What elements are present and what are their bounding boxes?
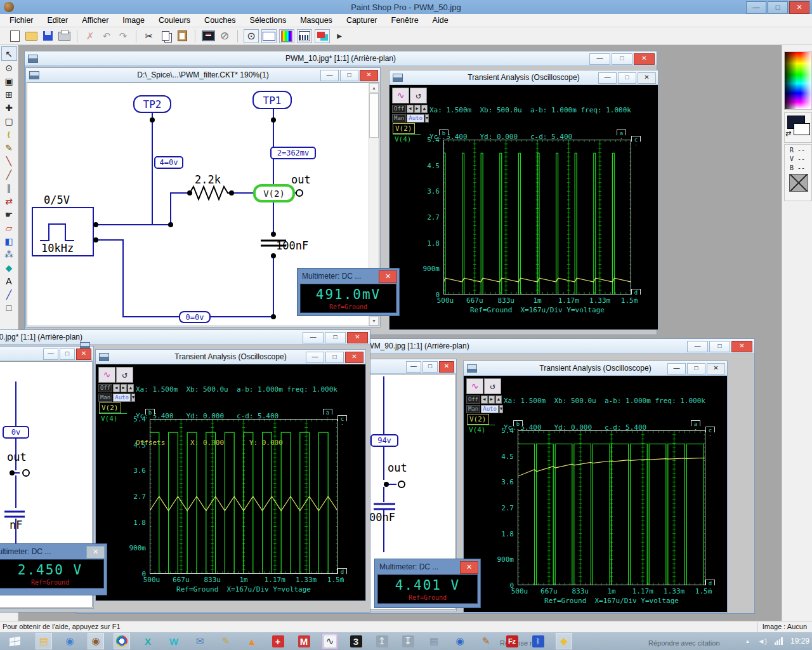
swap-colors-button[interactable] (315, 29, 330, 43)
maximize-button[interactable]: □ (687, 363, 705, 375)
scope-plot[interactable]: b a c d 500u667u833u1m1.17m1.33m1.5m Ref… (518, 430, 705, 585)
airbrush-tool[interactable]: ⁂ (2, 248, 16, 261)
colors-button[interactable] (279, 29, 294, 43)
paintbrush-tool[interactable]: ╱ (2, 168, 16, 181)
scroll-up-button[interactable]: ▲ (369, 83, 379, 93)
open-button[interactable] (24, 30, 38, 43)
off-label[interactable]: Off (392, 105, 406, 113)
taskbar-filezilla[interactable]: Fz (504, 633, 520, 649)
close-button[interactable]: ✕ (638, 72, 656, 84)
oscilloscope-window-pwm50[interactable]: Transient Analysis (Oscilloscope) — □ ✕ … (95, 349, 366, 601)
scope-plot[interactable]: b a c d 500u667u833u1m1.17m1.33m1.5m Ref… (150, 419, 337, 574)
close-button[interactable]: ✕ (634, 53, 655, 65)
taskbar-excel[interactable]: X (140, 633, 155, 649)
toolbar-dialog-button[interactable] (261, 29, 277, 43)
menu-aide[interactable]: Aide (426, 16, 455, 25)
left-arrow-button[interactable]: ◀ (481, 395, 487, 404)
waveform-mode-button[interactable]: ∿ (392, 88, 409, 103)
taskbar-word[interactable]: W (166, 633, 181, 649)
picture-tube-tool[interactable]: ◧ (2, 234, 16, 248)
up-arrow-button[interactable]: ▲ (495, 395, 502, 404)
no-preview-button[interactable]: ⊘ (218, 30, 232, 43)
minimize-button[interactable]: — (320, 70, 339, 81)
maximize-button[interactable]: □ (612, 53, 632, 65)
close-button[interactable]: ✕ (360, 70, 378, 81)
app-titlebar[interactable]: Paint Shop Pro - PWM_50.jpg — □ ✕ (0, 0, 812, 14)
retouch-tool[interactable]: ☛ (2, 208, 16, 221)
print-button[interactable] (57, 30, 71, 43)
copy-button[interactable] (159, 30, 173, 43)
refresh-button[interactable]: ↺ (484, 378, 501, 394)
up-arrow-button[interactable]: ▲ (128, 384, 134, 392)
maximize-button[interactable]: □ (340, 70, 358, 81)
close-button[interactable]: ✕ (731, 341, 752, 352)
histogram-button[interactable] (297, 29, 312, 43)
up-arrow-button[interactable]: ▲ (421, 105, 428, 113)
zoom-normal-button[interactable]: ⊙ (244, 29, 259, 43)
minimize-button[interactable]: — (303, 332, 324, 343)
minimize-button[interactable]: — (667, 363, 686, 375)
titlebar[interactable]: Multimeter: DC ... ✕ (298, 269, 399, 284)
background-color-swatch[interactable] (794, 123, 810, 135)
taskbar-swiss[interactable]: + (270, 633, 285, 649)
image-window-pwm10[interactable]: PWM_10.jpg* [1:1] (Arrière-plan) — □ ✕ D… (24, 51, 657, 335)
close-button[interactable]: ✕ (707, 363, 725, 375)
maximize-button[interactable]: □ (618, 72, 636, 84)
multimeter-window-3[interactable]: Multimeter: DC ... ✕ 4.401 V Ref=Ground (374, 559, 481, 608)
down-arrow-button[interactable]: ▼ (131, 394, 135, 402)
taskbar-calculator[interactable]: ▦ (426, 633, 442, 649)
maximize-button[interactable]: □ (422, 361, 438, 373)
taskbar-planet[interactable]: ◉ (62, 633, 77, 649)
scroll-down-button[interactable]: ▼ (369, 316, 379, 326)
taskbar-microcap[interactable]: ∿ (322, 633, 337, 649)
paste-button[interactable] (175, 30, 189, 43)
titlebar[interactable]: D:\_Spice\...\PWM_filter.CKT* 190%(1) — … (26, 68, 380, 83)
tray-expand-caret[interactable]: ▲ (745, 639, 750, 644)
shape-tool[interactable]: □ (2, 301, 16, 314)
multimeter-window-1[interactable]: Multimeter: DC ... ✕ 491.0mV Ref=Ground (297, 268, 400, 316)
menu-masques[interactable]: Masques (293, 16, 339, 25)
undo-button[interactable]: ↶ (100, 30, 114, 43)
maximize-button[interactable]: □ (325, 352, 344, 363)
close-button[interactable]: ✕ (460, 561, 478, 574)
left-arrow-button[interactable]: ◀ (113, 384, 119, 392)
waveform-mode-button[interactable]: ∿ (98, 367, 115, 383)
minimize-button[interactable]: — (43, 348, 58, 360)
taskbar-vlc[interactable]: ▲ (244, 633, 259, 649)
titlebar[interactable]: Transient Analysis (Oscilloscope) — □ ✕ (390, 70, 658, 85)
menu-couches[interactable]: Couches (197, 16, 242, 25)
app-close-button[interactable]: ✕ (789, 1, 809, 14)
oscilloscope-window-pwm90[interactable]: Transient Analysis (Oscilloscope) — □ ✕ … (463, 361, 728, 613)
taskbar-download[interactable]: ↧ (400, 633, 416, 649)
titlebar[interactable]: ultimeter: DC ... ✕ (0, 544, 107, 559)
lasso-tool[interactable]: ℓ (2, 128, 16, 141)
channel-v2[interactable]: V(2) (99, 402, 121, 413)
taskbar-notepad2[interactable]: ✎ (478, 633, 494, 649)
texture-preview[interactable] (789, 174, 808, 192)
marker-c[interactable]: c (631, 136, 641, 145)
line-tool[interactable]: ╱ (2, 288, 16, 301)
magic-wand-tool[interactable]: ✎ (2, 141, 16, 154)
marker-c[interactable]: c (337, 415, 347, 425)
scope-plot[interactable]: b a c d 500u667u833u1m1.17m1.33m1.5m Ref… (443, 140, 631, 295)
redo-button[interactable]: ↷ (116, 30, 130, 43)
taskbar-chrome[interactable] (114, 633, 129, 649)
delete-button[interactable]: ✗ (83, 30, 97, 43)
flood-fill-tool[interactable]: ◆ (2, 261, 16, 274)
close-button[interactable]: ✕ (379, 270, 397, 283)
selection-tool[interactable]: ▢ (2, 114, 16, 128)
man-button[interactable]: Man (392, 114, 406, 123)
taskbar-m-app[interactable]: M (296, 633, 311, 649)
auto-button[interactable]: Auto (407, 114, 424, 123)
close-button[interactable]: ✕ (76, 348, 91, 360)
minimize-button[interactable]: — (589, 53, 610, 65)
off-label[interactable]: Off (98, 384, 112, 392)
waveform-mode-button[interactable]: ∿ (466, 378, 483, 394)
color-replacer-tool[interactable]: ⇄ (2, 194, 16, 208)
swap-colors-arrow[interactable]: ⇄ (785, 129, 791, 138)
refresh-button[interactable]: ↺ (410, 88, 427, 103)
right-arrow-button[interactable]: ▶ (121, 384, 127, 392)
scroll-thumb[interactable] (369, 93, 379, 138)
titlebar[interactable]: Multimeter: DC ... ✕ (375, 559, 480, 574)
maximize-button[interactable]: □ (709, 341, 730, 352)
